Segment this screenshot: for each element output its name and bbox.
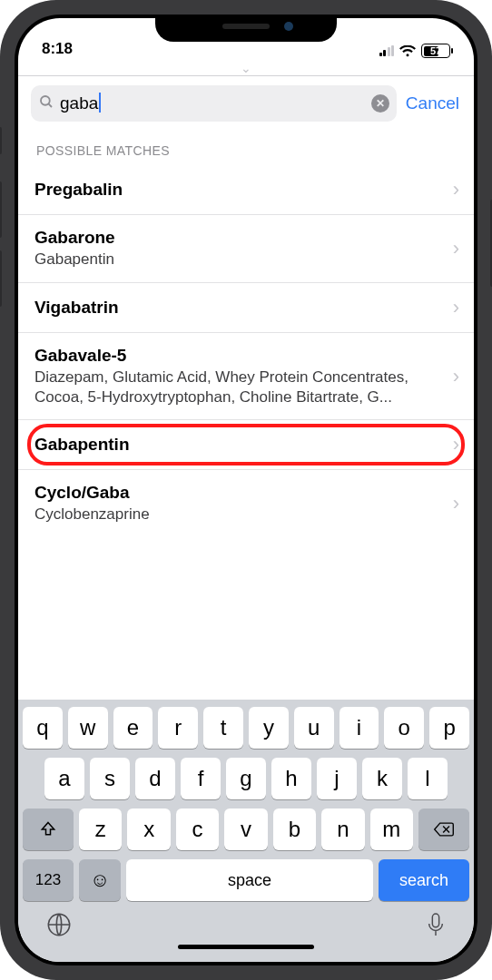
search-input[interactable]: gaba ✕ <box>31 85 397 122</box>
volume-up-button <box>0 181 2 238</box>
key-z[interactable]: z <box>79 808 122 850</box>
result-row-pregabalin[interactable]: Pregabalin › <box>18 165 474 215</box>
status-time: 8:18 <box>42 40 73 58</box>
svg-point-0 <box>41 96 50 105</box>
wifi-icon <box>399 45 416 57</box>
result-title: Gabapentin <box>34 435 444 455</box>
mic-icon[interactable] <box>426 912 446 937</box>
notch <box>155 15 337 42</box>
key-k[interactable]: k <box>362 758 402 799</box>
chevron-right-icon: › <box>453 296 459 319</box>
globe-icon[interactable] <box>46 912 72 937</box>
key-f[interactable]: f <box>181 758 221 799</box>
chevron-right-icon: › <box>453 178 459 201</box>
mute-switch <box>0 127 2 154</box>
key-q[interactable]: q <box>23 707 63 749</box>
home-indicator[interactable] <box>178 945 314 949</box>
key-l[interactable]: l <box>408 758 448 799</box>
keyboard: q w e r t y u i o p a s d f g h <box>18 700 474 962</box>
key-r[interactable]: r <box>158 707 198 749</box>
key-v[interactable]: v <box>224 808 267 850</box>
key-g[interactable]: g <box>226 758 266 799</box>
key-s[interactable]: s <box>90 758 130 799</box>
key-t[interactable]: t <box>203 707 243 749</box>
chevron-right-icon: › <box>453 237 459 260</box>
result-title: Gabarone <box>34 228 444 248</box>
clear-search-button[interactable]: ✕ <box>371 94 389 113</box>
sheet-grabber[interactable]: ⌄ <box>18 60 474 76</box>
key-o[interactable]: o <box>384 707 424 749</box>
key-p[interactable]: p <box>429 707 469 749</box>
key-n[interactable]: n <box>321 808 364 850</box>
cellular-signal-icon <box>379 45 395 56</box>
svg-rect-5 <box>432 914 438 927</box>
key-m[interactable]: m <box>370 808 413 850</box>
key-u[interactable]: u <box>294 707 334 749</box>
key-e[interactable]: e <box>113 707 153 749</box>
battery-percentage: 57 <box>430 45 441 56</box>
result-title: Cyclo/Gaba <box>34 483 444 503</box>
result-subtitle: Gabapentin <box>34 250 444 270</box>
numeric-key[interactable]: 123 <box>23 859 74 901</box>
space-key[interactable]: space <box>126 859 373 901</box>
backspace-key[interactable] <box>418 808 469 850</box>
key-c[interactable]: c <box>176 808 219 850</box>
search-key[interactable]: search <box>379 859 469 901</box>
key-j[interactable]: j <box>317 758 357 799</box>
shift-key[interactable] <box>23 808 74 850</box>
result-row-cyclogaba[interactable]: Cyclo/Gaba Cyclobenzaprine › <box>18 470 474 537</box>
results-list: Pregabalin › Gabarone Gabapentin › Vigab… <box>18 165 474 537</box>
result-row-gabapentin[interactable]: Gabapentin › <box>18 420 474 470</box>
text-cursor <box>99 93 101 113</box>
svg-line-1 <box>48 103 52 107</box>
key-h[interactable]: h <box>271 758 311 799</box>
chevron-right-icon: › <box>453 365 459 388</box>
phone-frame: 8:18 57 ⌄ <box>0 0 492 980</box>
result-row-gabarone[interactable]: Gabarone Gabapentin › <box>18 215 474 283</box>
key-b[interactable]: b <box>273 808 316 850</box>
result-subtitle: Cyclobenzaprine <box>34 505 444 524</box>
key-x[interactable]: x <box>127 808 170 850</box>
key-i[interactable]: i <box>339 707 379 749</box>
chevron-right-icon: › <box>453 433 459 456</box>
emoji-key[interactable]: ☺ <box>79 859 121 901</box>
search-icon <box>38 93 54 113</box>
battery-indicator: 57 <box>421 44 450 58</box>
result-subtitle: Diazepam, Glutamic Acid, Whey Protein Co… <box>34 368 444 407</box>
key-d[interactable]: d <box>135 758 175 799</box>
key-y[interactable]: y <box>249 707 289 749</box>
key-w[interactable]: w <box>68 707 108 749</box>
search-value: gaba <box>60 93 366 114</box>
result-title: Pregabalin <box>34 180 444 200</box>
chevron-right-icon: › <box>453 492 459 515</box>
result-title: Vigabatrin <box>34 298 444 318</box>
section-header: POSSIBLE MATCHES <box>18 131 474 165</box>
result-row-gabavale5[interactable]: Gabavale-5 Diazepam, Glutamic Acid, Whey… <box>18 333 474 421</box>
key-a[interactable]: a <box>44 758 84 799</box>
volume-down-button <box>0 250 2 307</box>
result-row-vigabatrin[interactable]: Vigabatrin › <box>18 283 474 333</box>
cancel-button[interactable]: Cancel <box>406 93 459 113</box>
result-title: Gabavale-5 <box>34 346 444 366</box>
